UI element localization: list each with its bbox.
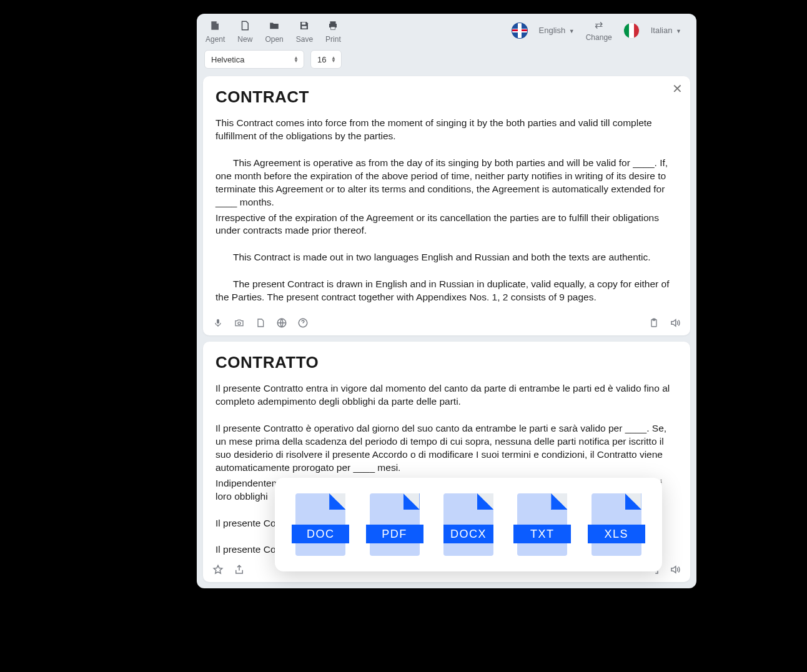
export-pdf[interactable]: PDF <box>370 493 420 556</box>
swap-label: Change <box>586 33 612 42</box>
source-lang-selector[interactable]: English ▼ <box>539 26 575 35</box>
document-icon[interactable] <box>254 317 267 329</box>
font-select[interactable]: Helvetica ▲▼ <box>204 50 304 69</box>
speaker-icon[interactable] <box>669 317 681 329</box>
source-p1: This Contract comes into force from the … <box>215 117 678 143</box>
source-lang-label: English ▼ <box>539 26 575 35</box>
target-lang-text: Italian <box>651 26 673 35</box>
source-p3: This Contract is made out in two languag… <box>215 251 678 264</box>
new-button[interactable]: New <box>237 19 252 44</box>
folder-icon <box>267 19 281 32</box>
export-xls[interactable]: XLS <box>592 493 641 556</box>
swap-icon: ⇄ <box>595 19 603 31</box>
export-txt[interactable]: TXT <box>517 493 567 556</box>
source-heading: CONTRACT <box>215 87 678 107</box>
source-footer <box>203 313 690 335</box>
export-doc[interactable]: DOC <box>295 493 345 556</box>
chevron-updown-icon: ▲▼ <box>331 56 336 62</box>
pdf-file-icon: PDF <box>370 493 420 556</box>
font-size-select[interactable]: 16 ▲▼ <box>310 50 342 69</box>
clipboard-icon[interactable] <box>648 317 660 329</box>
pdf-label: PDF <box>366 525 423 543</box>
speaker-icon[interactable] <box>669 563 681 576</box>
toolbar-group-file: Agent New Open Save <box>205 19 341 44</box>
save-icon <box>297 19 311 32</box>
xls-file-icon: XLS <box>592 493 641 556</box>
globe-icon[interactable] <box>275 317 288 329</box>
italy-flag-icon <box>623 22 640 39</box>
font-value: Helvetica <box>211 55 244 64</box>
target-p2a: Il presente Contratto è operativo dal gi… <box>215 422 678 475</box>
source-p2a: This Agreement is operative as from the … <box>215 157 678 209</box>
txt-label: TXT <box>513 525 571 543</box>
export-docx[interactable]: DOCX <box>443 493 493 556</box>
doc-file-icon: DOC <box>295 493 345 556</box>
camera-icon[interactable] <box>233 317 245 329</box>
svg-rect-3 <box>217 319 219 324</box>
svg-rect-1 <box>302 26 307 29</box>
star-icon[interactable] <box>212 563 224 576</box>
svg-rect-0 <box>302 22 306 25</box>
doc-label: DOC <box>292 525 349 543</box>
chevron-updown-icon: ▲▼ <box>294 56 299 62</box>
uk-flag-icon <box>512 22 528 39</box>
source-p4: The present Contract is drawn in English… <box>215 278 678 304</box>
svg-point-4 <box>238 322 240 325</box>
target-lang-label: Italian ▼ <box>651 26 681 35</box>
print-icon <box>326 19 340 32</box>
toolbar: Agent New Open Save <box>197 14 696 46</box>
docx-label: DOCX <box>443 525 493 543</box>
close-icon[interactable]: ✕ <box>672 82 683 95</box>
open-label: Open <box>265 35 283 44</box>
swap-languages-button[interactable]: ⇄ Change <box>586 19 612 42</box>
source-p2b: Irrespective of the expiration of the Ag… <box>215 212 678 238</box>
open-button[interactable]: Open <box>265 19 283 44</box>
help-icon[interactable] <box>297 317 309 329</box>
txt-file-icon: TXT <box>517 493 567 556</box>
mic-icon[interactable] <box>212 317 224 329</box>
font-size-value: 16 <box>317 55 326 64</box>
language-section: English ▼ ⇄ Change Italian ▼ <box>512 19 681 42</box>
svg-rect-2 <box>331 27 335 29</box>
source-lang-text: English <box>539 26 566 35</box>
target-lang-selector[interactable]: Italian ▼ <box>651 26 681 35</box>
save-label: Save <box>296 35 313 44</box>
new-file-icon <box>238 19 252 32</box>
source-flag-col <box>512 22 528 39</box>
source-content[interactable]: CONTRACT This Contract comes into force … <box>203 76 690 313</box>
print-button[interactable]: Print <box>325 19 341 44</box>
agent-icon <box>209 19 222 32</box>
new-label: New <box>237 35 252 44</box>
format-bar: Helvetica ▲▼ 16 ▲▼ <box>197 46 696 76</box>
share-icon[interactable] <box>233 563 245 576</box>
print-label: Print <box>325 35 341 44</box>
target-heading: CONTRATTO <box>215 353 678 372</box>
source-panel: ✕ CONTRACT This Contract comes into forc… <box>203 76 690 335</box>
target-flag-col <box>623 22 640 39</box>
xls-label: XLS <box>588 525 645 543</box>
export-formats-popup: DOC PDF DOCX TXT XLS <box>275 478 662 571</box>
agent-label: Agent <box>205 35 225 44</box>
save-button[interactable]: Save <box>296 19 313 44</box>
agent-button[interactable]: Agent <box>205 19 225 44</box>
target-p1: Il presente Contratto entra in vigore da… <box>215 382 678 408</box>
docx-file-icon: DOCX <box>443 493 493 556</box>
